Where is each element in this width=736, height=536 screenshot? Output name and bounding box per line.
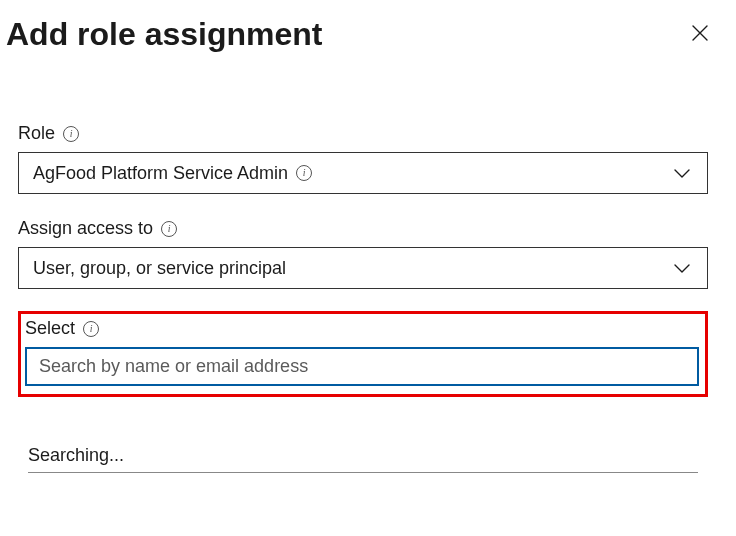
panel-title: Add role assignment [6, 16, 323, 53]
info-icon[interactable]: i [63, 126, 79, 142]
results-divider [28, 472, 698, 473]
select-label: Select [25, 318, 75, 339]
assign-access-to-label: Assign access to [18, 218, 153, 239]
info-icon[interactable]: i [296, 165, 312, 181]
chevron-down-icon [671, 257, 693, 279]
close-icon [690, 23, 710, 46]
role-dropdown-value: AgFood Platform Service Admin [33, 163, 288, 184]
select-highlight-frame: Select i [18, 311, 708, 397]
chevron-down-icon [671, 162, 693, 184]
role-label: Role [18, 123, 55, 144]
select-search-input[interactable] [25, 347, 699, 386]
role-dropdown[interactable]: AgFood Platform Service Admin i [18, 152, 708, 194]
assign-access-to-dropdown[interactable]: User, group, or service principal [18, 247, 708, 289]
close-button[interactable] [686, 21, 714, 49]
search-status-text: Searching... [28, 445, 698, 472]
info-icon[interactable]: i [161, 221, 177, 237]
assign-access-to-dropdown-value: User, group, or service principal [33, 258, 286, 279]
info-icon[interactable]: i [83, 321, 99, 337]
